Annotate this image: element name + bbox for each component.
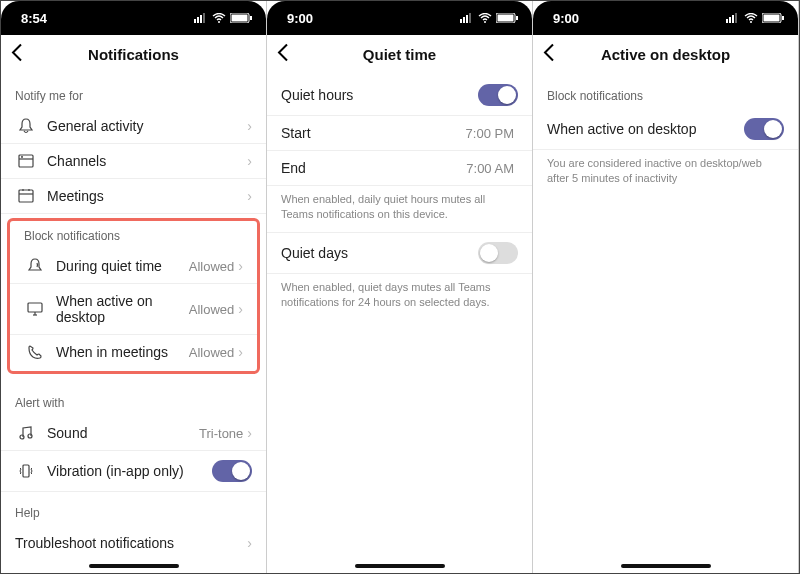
quiet-days-help: When enabled, quiet days mutes all Teams… — [267, 274, 532, 320]
nav-bar: Active on desktop — [533, 35, 798, 75]
svg-rect-6 — [232, 15, 248, 22]
svg-rect-30 — [729, 17, 731, 23]
home-indicator — [355, 564, 445, 568]
quiet-days-toggle[interactable] — [478, 242, 518, 264]
svg-rect-10 — [21, 156, 23, 158]
svg-rect-20 — [23, 465, 29, 477]
row-value: Tri-tone — [199, 426, 243, 441]
chevron-right-icon: › — [238, 301, 243, 317]
row-value: Allowed — [189, 259, 235, 274]
svg-rect-1 — [197, 17, 199, 23]
svg-rect-15 — [28, 303, 42, 312]
svg-rect-32 — [735, 13, 737, 23]
chevron-right-icon: › — [238, 258, 243, 274]
chevron-right-icon: › — [247, 425, 252, 441]
section-block-header: Block notifications — [533, 75, 798, 109]
page-title: Notifications — [88, 46, 179, 63]
content: Block notifications When active on deskt… — [533, 75, 798, 573]
row-label: Quiet days — [281, 245, 478, 261]
channels-icon — [15, 153, 37, 169]
row-label: Quiet hours — [281, 87, 478, 103]
svg-point-25 — [484, 21, 486, 23]
screen-notifications: 8:54 Notifications Notify me for General… — [1, 1, 267, 573]
svg-rect-23 — [466, 15, 468, 23]
row-label: Vibration (in-app only) — [47, 463, 212, 479]
svg-rect-11 — [19, 190, 33, 202]
row-label: Meetings — [47, 188, 247, 204]
row-value: Allowed — [189, 345, 235, 360]
content: Quiet hours Start 7:00 PM End 7:00 AM Wh… — [267, 75, 532, 573]
page-title: Quiet time — [363, 46, 436, 63]
row-label: Start — [281, 125, 466, 141]
svg-rect-29 — [726, 19, 728, 23]
nav-bar: Notifications — [1, 35, 266, 75]
row-vibration[interactable]: Vibration (in-app only) — [1, 451, 266, 492]
row-label: When in meetings — [56, 344, 189, 360]
chevron-right-icon: › — [247, 188, 252, 204]
page-title: Active on desktop — [601, 46, 730, 63]
row-label: Sound — [47, 425, 199, 441]
back-button[interactable] — [543, 43, 555, 66]
row-quiet-days[interactable]: Quiet days — [267, 232, 532, 274]
bell-icon — [15, 118, 37, 134]
row-label: When active on desktop — [56, 293, 189, 325]
svg-rect-31 — [732, 15, 734, 23]
row-sound[interactable]: Sound Tri-tone › — [1, 416, 266, 451]
status-bar: 9:00 — [267, 1, 532, 35]
row-label: General activity — [47, 118, 247, 134]
active-desktop-toggle[interactable] — [744, 118, 784, 140]
row-troubleshoot[interactable]: Troubleshoot notifications › — [1, 526, 266, 560]
svg-rect-3 — [203, 13, 205, 23]
row-value: 7:00 PM — [466, 126, 514, 141]
svg-rect-27 — [498, 15, 514, 22]
row-during-quiet-time[interactable]: During quiet time Allowed › — [10, 249, 257, 284]
vibration-toggle[interactable] — [212, 460, 252, 482]
home-indicator — [89, 564, 179, 568]
music-icon — [15, 425, 37, 441]
status-time: 9:00 — [287, 11, 313, 26]
row-label: During quiet time — [56, 258, 189, 274]
chevron-right-icon: › — [238, 344, 243, 360]
section-block-header: Block notifications — [10, 221, 257, 249]
row-general-activity[interactable]: General activity › — [1, 109, 266, 144]
quiet-icon — [24, 258, 46, 274]
row-value: 7:00 AM — [466, 161, 514, 176]
row-end[interactable]: End 7:00 AM — [267, 151, 532, 186]
row-quiet-hours[interactable]: Quiet hours — [267, 75, 532, 116]
row-when-active-desktop[interactable]: When active on desktop Allowed › — [10, 284, 257, 335]
status-icons — [460, 13, 518, 23]
desktop-icon — [24, 301, 46, 317]
active-desktop-help: You are considered inactive on desktop/w… — [533, 150, 798, 196]
screen-active-desktop: 9:00 Active on desktop Block notificatio… — [533, 1, 799, 573]
status-icons — [194, 13, 252, 23]
section-notify-header: Notify me for — [1, 75, 266, 109]
nav-bar: Quiet time — [267, 35, 532, 75]
row-when-active-desktop[interactable]: When active on desktop — [533, 109, 798, 150]
chevron-right-icon: › — [247, 535, 252, 551]
row-channels[interactable]: Channels › — [1, 144, 266, 179]
status-icons — [726, 13, 784, 23]
status-time: 8:54 — [21, 11, 47, 26]
section-help-header: Help — [1, 492, 266, 526]
svg-rect-21 — [460, 19, 462, 23]
row-when-in-meetings[interactable]: When in meetings Allowed › — [10, 335, 257, 369]
chevron-right-icon: › — [247, 118, 252, 134]
svg-rect-22 — [463, 17, 465, 23]
row-label: When active on desktop — [547, 121, 744, 137]
content: Notify me for General activity › Channel… — [1, 75, 266, 573]
row-meetings[interactable]: Meetings › — [1, 179, 266, 214]
back-button[interactable] — [277, 43, 289, 66]
screen-quiet-time: 9:00 Quiet time Quiet hours Start 7:00 P… — [267, 1, 533, 573]
status-bar: 8:54 — [1, 1, 266, 35]
quiet-hours-toggle[interactable] — [478, 84, 518, 106]
svg-rect-28 — [516, 16, 518, 20]
chevron-right-icon: › — [247, 153, 252, 169]
back-button[interactable] — [11, 43, 23, 66]
row-start[interactable]: Start 7:00 PM — [267, 116, 532, 151]
section-alert-header: Alert with — [1, 382, 266, 416]
quiet-hours-help: When enabled, daily quiet hours mutes al… — [267, 186, 532, 232]
vibration-icon — [15, 463, 37, 479]
row-label: Troubleshoot notifications — [15, 535, 247, 551]
svg-rect-2 — [200, 15, 202, 23]
svg-rect-0 — [194, 19, 196, 23]
